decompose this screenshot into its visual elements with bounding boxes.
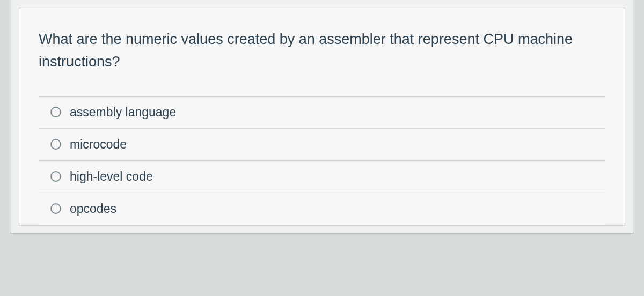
option-row-opcodes[interactable]: opcodes — [39, 193, 605, 225]
option-label: high-level code — [70, 169, 153, 184]
radio-high-level-code[interactable] — [50, 171, 61, 182]
question-prompt: What are the numeric values created by a… — [39, 28, 605, 73]
option-label: assembly language — [70, 105, 176, 120]
radio-opcodes[interactable] — [50, 203, 61, 214]
option-row-assembly-language[interactable]: assembly language — [39, 96, 605, 128]
radio-assembly-language[interactable] — [50, 107, 61, 117]
question-card: What are the numeric values created by a… — [11, 0, 633, 234]
option-row-microcode[interactable]: microcode — [39, 128, 605, 160]
options-list: assembly language microcode high-level c… — [39, 96, 605, 225]
option-row-high-level-code[interactable]: high-level code — [39, 160, 605, 193]
option-label: microcode — [70, 137, 127, 152]
option-label: opcodes — [70, 202, 116, 216]
question-container: What are the numeric values created by a… — [19, 8, 625, 226]
radio-microcode[interactable] — [50, 139, 61, 150]
